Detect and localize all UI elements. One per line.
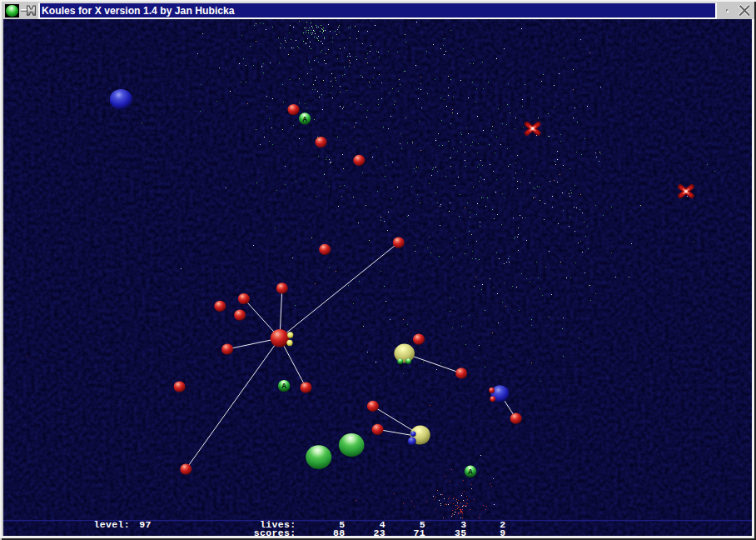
svg-text:A: A xyxy=(468,468,473,477)
svg-text:scores:: scores: xyxy=(254,528,296,536)
svg-text:A: A xyxy=(281,382,286,391)
svg-text:71: 71 xyxy=(413,528,425,536)
svg-text:9: 9 xyxy=(500,528,505,536)
svg-text:A: A xyxy=(302,116,307,124)
svg-text:97: 97 xyxy=(139,519,152,530)
svg-text:88: 88 xyxy=(333,528,346,536)
svg-text:35: 35 xyxy=(455,528,467,536)
svg-text:23: 23 xyxy=(373,528,385,536)
svg-text:level:: level: xyxy=(94,519,131,530)
